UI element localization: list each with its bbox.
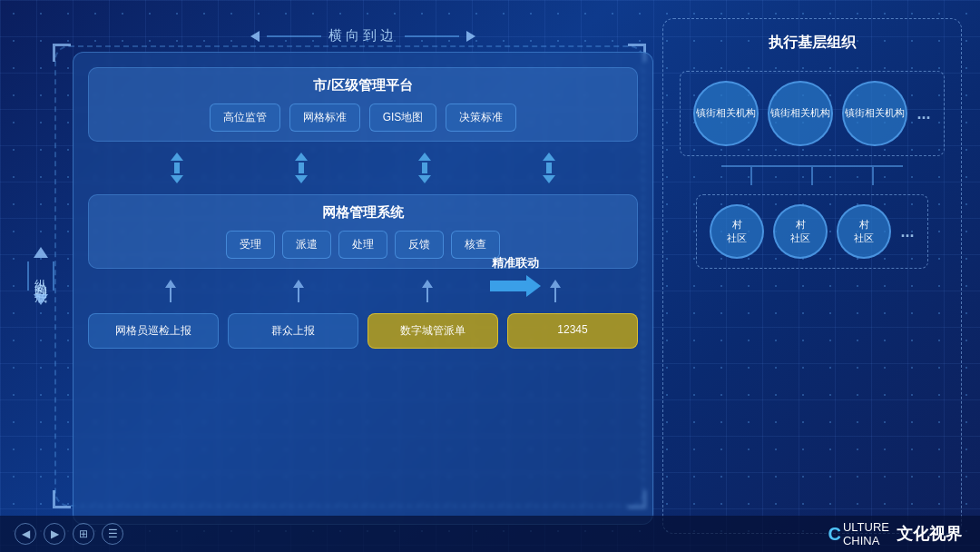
arr-body-3 [422, 163, 427, 173]
single-arrow-2 [293, 280, 304, 302]
arrow-right-icon [466, 31, 475, 42]
arrow-down-icon [34, 294, 48, 305]
platform-title: 市/区级管理平台 [102, 77, 624, 94]
arr-up-icon-2 [295, 153, 308, 161]
arr-body2-4 [554, 288, 556, 302]
platform-item-wanggezh: 网格标准 [289, 104, 360, 132]
org-v-line-3 [872, 167, 874, 185]
grid-title: 网格管理系统 [102, 204, 624, 222]
logo-area: C ULTURECHINA 文化视界 [828, 520, 963, 547]
logo-ulture-china: ULTURECHINA [843, 520, 889, 547]
arr-down-icon [171, 175, 183, 183]
horizontal-label-text: 横向到边 [328, 27, 397, 44]
org-circle-1: 镇街相关机构 [693, 81, 759, 146]
bottom-bar: C ULTURECHINA 文化视界 [0, 516, 980, 552]
arrows-row [88, 153, 638, 183]
jingzhun-arrow [490, 275, 541, 297]
nav-controls: ◀ ▶ ⊞ ☰ [15, 523, 123, 545]
single-arrow-4 [550, 280, 561, 302]
arr-body-4 [546, 163, 552, 173]
arr-up-icon [171, 153, 183, 161]
main-box: 市/区级管理平台 高位监管 网格标准 GIS地图 决策标准 [73, 52, 653, 525]
arr-body2-3 [426, 288, 428, 302]
jingzhun-connector: 精准联动 [490, 255, 541, 297]
org-circle-village-2: 村社区 [773, 204, 828, 259]
single-arrow-1 [165, 280, 176, 302]
right-area: 执行基层组织 镇街相关机构 镇街相关机构 镇街相关机构 ... 村社区 村社区 … [662, 18, 962, 534]
arr-body [174, 163, 180, 173]
top-org-box: 镇街相关机构 镇街相关机构 镇街相关机构 ... [680, 71, 944, 156]
jingzhun-arrow-body [490, 281, 526, 291]
logo-chinese: 文化视界 [897, 523, 962, 545]
jingzhun-arrow-head [526, 275, 541, 297]
grid-item-fankui: 反馈 [395, 231, 444, 259]
input-shuzichengguanm: 数字城管派单 [368, 313, 498, 349]
org-connector [721, 165, 903, 185]
arr-up-icon-3 [418, 153, 431, 161]
grid-section: 网格管理系统 受理 派遣 处理 反馈 核查 [88, 194, 638, 269]
platform-section: 市/区级管理平台 高位监管 网格标准 GIS地图 决策标准 [88, 67, 638, 142]
platform-item-gaojian: 高位监管 [210, 104, 280, 132]
corner-tl [53, 44, 71, 62]
single-arrow-3 [422, 280, 433, 302]
platform-item-juece: 决策标准 [446, 104, 516, 132]
grid-item-paiqian: 派遣 [282, 231, 331, 259]
org-circle-village-1: 村社区 [710, 204, 764, 259]
double-arrow-3 [418, 153, 431, 183]
double-arrow-1 [171, 153, 183, 183]
arr-up2-icon-4 [550, 280, 561, 288]
nav-layout-button[interactable]: ⊞ [73, 523, 94, 545]
jingzhun-label-text: 精准联动 [492, 255, 539, 271]
grid-item-chuli: 处理 [338, 231, 387, 259]
logo-en: C ULTURECHINA [828, 520, 890, 547]
vertical-label-left: 纵向到底 [27, 247, 54, 305]
arr-down-icon-2 [295, 175, 308, 183]
platform-items: 高位监管 网格标准 GIS地图 决策标准 [102, 104, 624, 132]
org-v-line-1 [750, 167, 752, 185]
arr-up2-icon-3 [422, 280, 433, 288]
up-arrows-row [88, 280, 638, 302]
h-line-left [267, 35, 321, 37]
grid-item-shouli: 受理 [226, 231, 275, 259]
input-qunzhong: 群众上报 [228, 313, 358, 349]
arrow-up-icon [34, 247, 48, 258]
horizontal-label: 横向到边 [73, 27, 653, 44]
nav-play-button[interactable]: ▶ [44, 523, 65, 545]
corner-bl [53, 490, 71, 508]
arr-up-icon-4 [543, 153, 555, 161]
org-circle-3: 镇街相关机构 [842, 81, 907, 146]
logo-c-letter: C [828, 524, 841, 545]
arr-down-icon-3 [418, 175, 431, 183]
arrow-left-icon [250, 31, 260, 42]
org-v-lines [721, 167, 903, 185]
input-12345: 12345 [507, 313, 638, 349]
org-more-dots-bottom: ... [900, 222, 914, 242]
input-wanggeyuan: 网格员巡检上报 [88, 313, 219, 349]
platform-item-gis: GIS地图 [369, 104, 437, 132]
org-circle-2: 镇街相关机构 [768, 81, 833, 146]
double-arrow-4 [543, 153, 555, 183]
grid-items: 受理 派遣 处理 反馈 核查 [102, 231, 624, 259]
right-title: 执行基层组织 [678, 34, 946, 53]
arr-body2-1 [170, 288, 172, 302]
input-row: 网格员巡检上报 群众上报 数字城管派单 12345 [88, 313, 638, 349]
org-v-line-2 [811, 167, 813, 185]
arr-down-icon-4 [543, 175, 555, 183]
bottom-org-box: 村社区 村社区 村社区 ... [696, 194, 927, 269]
h-line-right [405, 35, 459, 37]
arr-body-2 [299, 163, 304, 173]
arr-up2-icon-2 [293, 280, 304, 288]
org-more-dots-top: ... [916, 104, 930, 123]
arr-body2-2 [298, 288, 299, 302]
nav-prev-button[interactable]: ◀ [15, 523, 36, 545]
nav-menu-button[interactable]: ☰ [102, 523, 123, 545]
double-arrow-2 [295, 153, 308, 183]
arr-up2-icon-1 [165, 280, 176, 288]
vertical-label-text: 纵向到底 [27, 261, 54, 291]
org-circle-village-3: 村社区 [837, 204, 891, 259]
center-area: 横向到边 市/区级管理平台 高位监管 网格标准 GIS地图 决策标准 [73, 27, 653, 525]
org-tree: 镇街相关机构 镇街相关机构 镇街相关机构 ... 村社区 村社区 村社区 ... [678, 71, 946, 518]
